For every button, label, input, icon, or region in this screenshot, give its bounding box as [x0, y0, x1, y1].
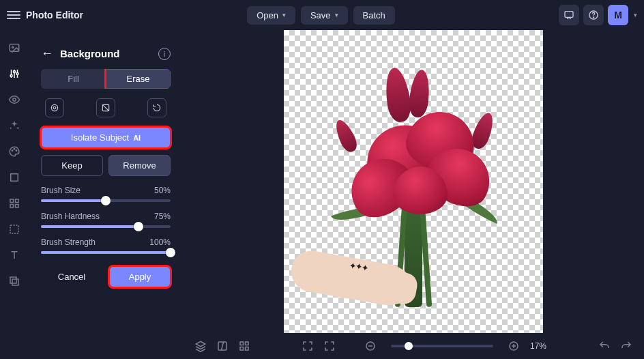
save-button[interactable]: Save ▾ [301, 6, 348, 25]
svg-rect-27 [246, 347, 249, 351]
menu-icon[interactable] [7, 8, 20, 22]
adjust-icon[interactable] [8, 67, 21, 81]
brush-strength-value: 100% [149, 238, 171, 247]
text-icon[interactable] [8, 248, 21, 262]
chevron-down-icon: ▾ [335, 12, 338, 18]
main-area: ← Background i Fill Erase Isolate Subjec… [0, 30, 644, 359]
canvas-area: ✦✦✦ 17% [183, 30, 644, 359]
image-icon[interactable] [8, 41, 21, 55]
original-view-icon[interactable] [45, 98, 64, 117]
panel-title: Background [60, 48, 151, 59]
svg-rect-24 [240, 342, 244, 345]
image-canvas[interactable]: ✦✦✦ [284, 30, 543, 333]
svg-rect-25 [246, 342, 249, 345]
redo-icon[interactable] [618, 338, 634, 354]
svg-point-11 [16, 150, 17, 152]
mask-view-icon[interactable] [96, 98, 115, 117]
svg-rect-18 [10, 277, 16, 283]
svg-rect-0 [565, 12, 573, 18]
svg-point-4 [12, 46, 14, 48]
svg-rect-14 [16, 199, 19, 203]
ai-badge: AI [133, 134, 141, 142]
svg-point-9 [12, 150, 13, 152]
svg-rect-12 [11, 174, 18, 182]
info-icon[interactable]: i [158, 48, 171, 60]
avatar[interactable]: M [608, 5, 628, 25]
batch-button[interactable]: Batch [353, 6, 395, 25]
open-button[interactable]: Open ▾ [247, 6, 295, 25]
zoom-out-icon[interactable] [362, 338, 379, 354]
brush-hardness-label: Brush Hardness [41, 212, 100, 221]
bottom-bar: 17% [183, 333, 644, 359]
app-title: Photo Editor [26, 10, 83, 20]
crop-icon[interactable] [8, 171, 21, 184]
undo-icon[interactable] [596, 338, 613, 354]
elements-icon[interactable] [8, 197, 21, 210]
fit-screen-icon[interactable] [299, 338, 316, 354]
help-icon[interactable] [583, 5, 604, 25]
svg-point-7 [16, 73, 18, 75]
chevron-down-icon[interactable]: ▾ [634, 12, 637, 18]
back-arrow-icon[interactable]: ← [41, 46, 53, 61]
svg-rect-16 [16, 205, 19, 208]
svg-point-10 [14, 149, 15, 150]
brush-size-label: Brush Size [41, 186, 80, 195]
isolate-subject-button[interactable]: Isolate Subject AI [41, 127, 171, 148]
layers-bottom-icon[interactable] [192, 338, 209, 354]
apply-button[interactable]: Apply [109, 266, 171, 287]
keep-button[interactable]: Keep [41, 155, 103, 176]
svg-rect-26 [240, 347, 244, 351]
compare-icon[interactable] [214, 338, 231, 354]
top-bar: Photo Editor Open ▾ Save ▾ Batch M ▾ [0, 0, 644, 30]
svg-rect-13 [10, 199, 14, 203]
open-label: Open [257, 10, 278, 20]
eye-icon[interactable] [8, 93, 21, 106]
sparkle-icon[interactable] [8, 119, 21, 132]
svg-point-5 [10, 75, 12, 77]
brush-size-value: 50% [154, 186, 171, 195]
save-label: Save [310, 10, 331, 20]
brush-hardness-value: 75% [154, 212, 171, 221]
frame-icon[interactable] [8, 222, 21, 236]
actual-size-icon[interactable] [321, 338, 338, 354]
brush-strength-label: Brush Strength [41, 238, 96, 247]
batch-label: Batch [363, 10, 385, 20]
brush-size-slider[interactable]: Brush Size 50% [41, 186, 171, 202]
isolate-subject-label: Isolate Subject [71, 132, 129, 143]
chevron-down-icon: ▾ [282, 12, 286, 18]
tab-fill[interactable]: Fill [41, 69, 106, 89]
brush-strength-slider[interactable]: Brush Strength 100% [41, 238, 171, 254]
svg-rect-19 [12, 279, 18, 285]
svg-point-21 [53, 106, 56, 109]
svg-point-20 [51, 104, 57, 111]
feedback-icon[interactable] [559, 5, 579, 25]
grid-icon[interactable] [236, 338, 252, 354]
svg-point-8 [13, 98, 16, 102]
zoom-in-icon[interactable] [506, 338, 522, 354]
svg-rect-15 [10, 205, 14, 208]
brush-hardness-slider[interactable]: Brush Hardness 75% [41, 212, 171, 228]
zoom-value: 17% [527, 341, 549, 351]
svg-point-6 [14, 71, 16, 73]
remove-button[interactable]: Remove [108, 155, 171, 176]
svg-point-2 [593, 17, 594, 18]
background-panel: ← Background i Fill Erase Isolate Subjec… [29, 30, 183, 359]
palette-icon[interactable] [8, 145, 21, 158]
reset-icon[interactable] [147, 98, 166, 117]
tool-rail [0, 30, 29, 359]
zoom-slider[interactable] [391, 345, 493, 347]
cancel-button[interactable]: Cancel [41, 266, 102, 287]
tab-erase[interactable]: Erase [106, 69, 171, 89]
layers-icon[interactable] [8, 274, 21, 288]
svg-rect-17 [10, 225, 18, 233]
